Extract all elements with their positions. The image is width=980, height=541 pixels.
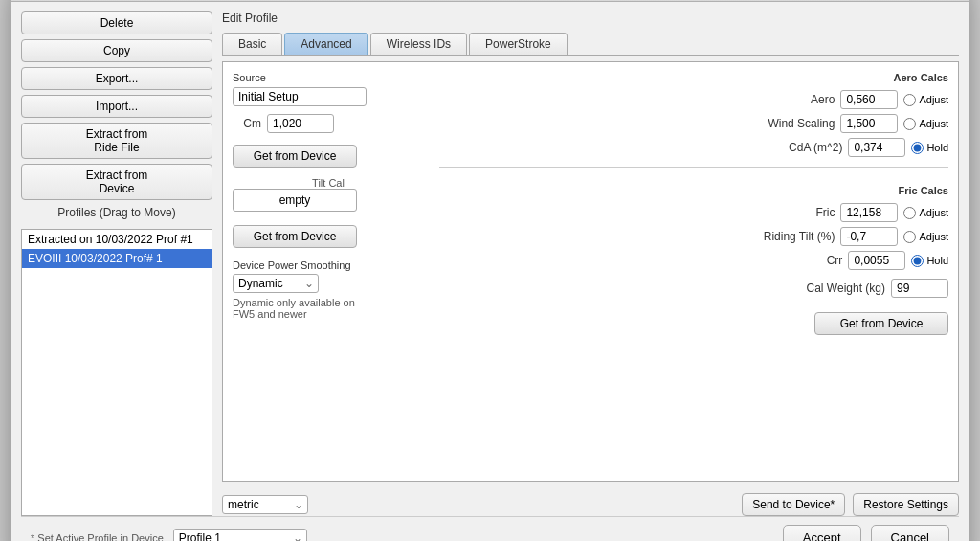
- cal-weight-row: Cal Weight (kg): [439, 279, 948, 298]
- footer-profile-select[interactable]: Profile 1: [173, 529, 307, 542]
- source-label: Source: [233, 72, 424, 83]
- restore-settings-button[interactable]: Restore Settings: [853, 493, 959, 516]
- extract-ride-button[interactable]: Extract from Ride File: [21, 123, 212, 159]
- fric-section: Fric Calcs Fric Adjust: [439, 185, 948, 335]
- tilt-cal-box: empty: [233, 189, 357, 212]
- footer-note: * Set Active Profile in Device: [31, 532, 164, 542]
- bottom-bar: metric Send to Device* Restore Settings: [222, 487, 959, 516]
- delete-button[interactable]: Delete: [21, 11, 212, 34]
- profiles-label: Profiles (Drag to Move): [21, 206, 212, 219]
- riding-tilt-label: Riding Tilt (%): [764, 230, 835, 243]
- cda-row: CdA (m^2) Hold: [439, 138, 948, 157]
- cm-label: Cm: [233, 117, 261, 130]
- tab-advanced[interactable]: Advanced: [284, 33, 368, 55]
- main-area: Delete Copy Export... Import... Extract …: [21, 11, 959, 516]
- device-power-smoothing-label: Device Power Smoothing: [233, 259, 424, 271]
- cda-input[interactable]: [848, 138, 905, 157]
- source-group: Source: [233, 72, 424, 106]
- get-from-device-button-3[interactable]: Get from Device: [814, 312, 948, 335]
- main-window: Edit Profiles Delete Copy Export... Impo…: [11, 0, 969, 541]
- riding-tilt-row: Riding Tilt (%) Adjust: [439, 227, 948, 246]
- get-from-device-button-1[interactable]: Get from Device: [233, 145, 357, 168]
- titlebar: Edit Profiles: [11, 0, 969, 2]
- footer-profile-select-wrapper: Profile 1: [173, 529, 307, 542]
- profile-item[interactable]: Extracted on 10/03/2022 Prof #1: [22, 230, 212, 249]
- right-panel: Edit Profile Basic Advanced Wireless IDs…: [222, 11, 959, 516]
- cm-row: Cm: [233, 114, 424, 133]
- import-button[interactable]: Import...: [21, 95, 212, 118]
- aero-input[interactable]: [840, 90, 898, 109]
- riding-tilt-input[interactable]: [840, 227, 898, 246]
- left-panel: Delete Copy Export... Import... Extract …: [21, 11, 212, 516]
- fric-input[interactable]: [840, 203, 898, 222]
- copy-button[interactable]: Copy: [21, 39, 212, 62]
- crr-row: Crr Hold: [439, 251, 948, 270]
- send-to-device-button[interactable]: Send to Device*: [742, 493, 845, 516]
- content-box: Source Cm Get from Device: [222, 61, 959, 482]
- aero-section: Aero Calcs Aero Adjust: [439, 72, 948, 157]
- accept-button[interactable]: Accept: [783, 525, 861, 541]
- crr-hold-label: Hold: [926, 255, 948, 266]
- cm-input[interactable]: [267, 114, 334, 133]
- window-body: Delete Copy Export... Import... Extract …: [11, 2, 969, 541]
- fric-adjust-label: Adjust: [919, 207, 948, 218]
- crr-hold-radio[interactable]: [911, 255, 924, 267]
- wind-scaling-radio-group: Adjust: [903, 118, 948, 130]
- metric-select-wrapper: metric: [222, 495, 308, 514]
- aero-label: Aero: [811, 93, 835, 106]
- bottom-left: metric: [222, 495, 308, 514]
- profiles-list: Extracted on 10/03/2022 Prof #1 EVOIII 1…: [21, 229, 212, 516]
- fric-radio-group: Adjust: [903, 207, 948, 219]
- tilt-cal-value: empty: [279, 193, 311, 207]
- cda-hold-label: Hold: [926, 142, 948, 153]
- export-button[interactable]: Export...: [21, 67, 212, 90]
- crr-label: Crr: [827, 254, 843, 267]
- fric-adjust-radio[interactable]: [903, 207, 916, 219]
- crr-radio-group: Hold: [911, 255, 948, 267]
- cda-label: CdA (m^2): [789, 141, 842, 154]
- footer-bar: * Set Active Profile in Device Profile 1…: [21, 516, 959, 541]
- aero-adjust-radio[interactable]: [903, 94, 916, 106]
- extract-device-button[interactable]: Extract from Device: [21, 164, 212, 200]
- advanced-left-col: Source Cm Get from Device: [233, 72, 424, 471]
- tabs-bar: Basic Advanced Wireless IDs PowerStroke: [222, 33, 959, 56]
- get-from-device-button-2[interactable]: Get from Device: [233, 225, 357, 248]
- edit-profile-label: Edit Profile: [222, 11, 959, 25]
- profile-item-selected[interactable]: EVOIII 10/03/2022 Prof# 1: [22, 249, 212, 268]
- smoothing-select[interactable]: Dynamic: [233, 274, 319, 293]
- wind-scaling-input[interactable]: [840, 114, 898, 133]
- cda-radio-group: Hold: [911, 142, 948, 154]
- tab-wireless-ids[interactable]: Wireless IDs: [370, 33, 467, 55]
- crr-input[interactable]: [848, 251, 905, 270]
- source-input[interactable]: [233, 87, 367, 106]
- fric-label: Fric: [815, 206, 835, 219]
- cal-weight-input[interactable]: [891, 279, 948, 298]
- advanced-right-col: Aero Calcs Aero Adjust: [439, 72, 948, 471]
- wind-adjust-radio[interactable]: [903, 118, 916, 130]
- fric-row: Fric Adjust: [439, 203, 948, 222]
- aero-row: Aero Adjust: [439, 90, 948, 109]
- riding-tilt-radio-group: Adjust: [903, 231, 948, 243]
- footer-right: Accept Cancel: [783, 525, 949, 541]
- cda-hold-radio[interactable]: [911, 142, 924, 154]
- tab-powerstroke[interactable]: PowerStroke: [469, 33, 568, 55]
- tilt-cal-label: Tilt Cal: [233, 177, 424, 189]
- riding-adjust-radio[interactable]: [903, 231, 916, 243]
- smoothing-note: Dynamic only available on FW5 and newer: [233, 297, 367, 320]
- wind-adjust-label: Adjust: [919, 118, 948, 129]
- tab-basic[interactable]: Basic: [222, 33, 282, 55]
- left-buttons: Delete Copy Export... Import... Extract …: [21, 11, 212, 200]
- metric-select[interactable]: metric: [222, 495, 308, 514]
- aero-adjust-label: Adjust: [919, 94, 948, 105]
- bottom-buttons: Send to Device* Restore Settings: [742, 493, 959, 516]
- aero-radio-group: Adjust: [903, 94, 948, 106]
- cancel-button[interactable]: Cancel: [871, 525, 949, 541]
- wind-scaling-row: Wind Scaling Adjust: [439, 114, 948, 133]
- wind-scaling-label: Wind Scaling: [768, 117, 835, 130]
- fric-calcs-label: Fric Calcs: [439, 185, 948, 196]
- aero-calcs-label: Aero Calcs: [439, 72, 948, 83]
- cal-weight-label: Cal Weight (kg): [807, 282, 885, 295]
- riding-adjust-label: Adjust: [919, 231, 948, 242]
